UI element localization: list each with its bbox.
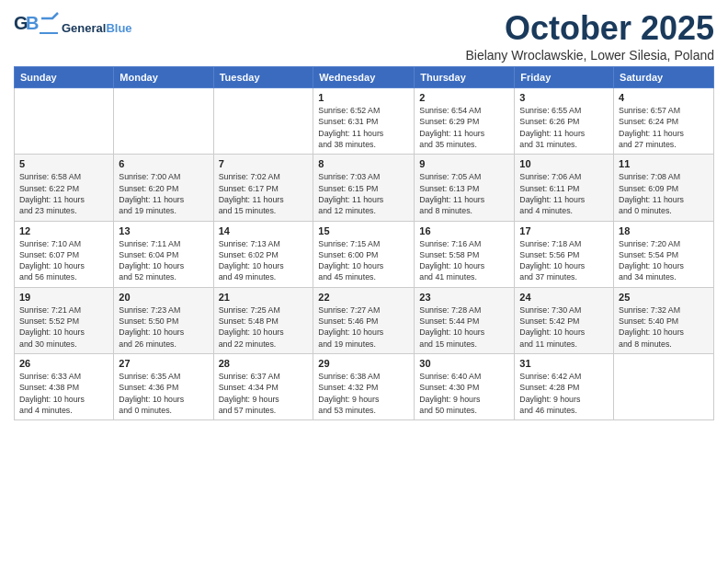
calendar-cell: 11Sunrise: 7:08 AM Sunset: 6:09 PM Dayli… <box>614 155 714 221</box>
day-detail: Sunrise: 7:00 AM Sunset: 6:20 PM Dayligh… <box>119 171 208 216</box>
weekday-header-sunday: Sunday <box>15 67 114 88</box>
day-number: 12 <box>19 225 108 236</box>
month-title: October 2025 <box>465 9 714 48</box>
calendar-cell: 6Sunrise: 7:00 AM Sunset: 6:20 PM Daylig… <box>114 155 213 221</box>
svg-text:B: B <box>26 13 39 33</box>
day-detail: Sunrise: 7:32 AM Sunset: 5:40 PM Dayligh… <box>619 304 709 350</box>
day-number: 25 <box>619 292 709 303</box>
day-number: 11 <box>619 158 709 169</box>
day-number: 16 <box>419 225 509 236</box>
day-detail: Sunrise: 7:28 AM Sunset: 5:44 PM Dayligh… <box>419 304 509 350</box>
day-number: 31 <box>519 358 609 369</box>
day-detail: Sunrise: 6:42 AM Sunset: 4:28 PM Dayligh… <box>519 371 609 416</box>
day-number: 30 <box>419 358 509 369</box>
day-number: 6 <box>119 158 208 169</box>
calendar-cell: 10Sunrise: 7:06 AM Sunset: 6:11 PM Dayli… <box>515 155 614 221</box>
day-number: 26 <box>19 358 108 369</box>
calendar-cell: 14Sunrise: 7:13 AM Sunset: 6:02 PM Dayli… <box>213 221 313 287</box>
calendar-cell <box>15 88 114 155</box>
calendar-cell: 24Sunrise: 7:30 AM Sunset: 5:42 PM Dayli… <box>515 287 614 353</box>
day-number: 24 <box>519 292 609 303</box>
day-detail: Sunrise: 7:23 AM Sunset: 5:50 PM Dayligh… <box>119 304 208 350</box>
day-detail: Sunrise: 6:38 AM Sunset: 4:32 PM Dayligh… <box>318 371 409 416</box>
calendar-cell: 12Sunrise: 7:10 AM Sunset: 6:07 PM Dayli… <box>15 221 114 287</box>
logo-blue: Blue <box>106 21 131 35</box>
day-number: 9 <box>419 158 509 169</box>
day-detail: Sunrise: 6:55 AM Sunset: 6:26 PM Dayligh… <box>519 105 609 150</box>
day-number: 21 <box>219 292 309 303</box>
day-detail: Sunrise: 7:03 AM Sunset: 6:15 PM Dayligh… <box>318 171 409 216</box>
calendar-cell <box>114 88 213 155</box>
day-detail: Sunrise: 7:27 AM Sunset: 5:46 PM Dayligh… <box>318 304 409 350</box>
calendar-cell: 31Sunrise: 6:42 AM Sunset: 4:28 PM Dayli… <box>515 354 614 420</box>
day-detail: Sunrise: 7:30 AM Sunset: 5:42 PM Dayligh… <box>519 304 609 350</box>
calendar-cell: 13Sunrise: 7:11 AM Sunset: 6:04 PM Dayli… <box>114 221 213 287</box>
day-number: 28 <box>219 358 309 369</box>
day-number: 27 <box>119 358 208 369</box>
day-number: 8 <box>318 158 409 169</box>
day-detail: Sunrise: 7:11 AM Sunset: 6:04 PM Dayligh… <box>119 238 208 283</box>
day-detail: Sunrise: 7:18 AM Sunset: 5:56 PM Dayligh… <box>519 238 609 283</box>
day-detail: Sunrise: 7:02 AM Sunset: 6:17 PM Dayligh… <box>219 171 309 216</box>
day-number: 23 <box>419 292 509 303</box>
day-detail: Sunrise: 7:05 AM Sunset: 6:13 PM Dayligh… <box>419 171 509 216</box>
calendar-cell <box>614 354 714 420</box>
calendar-cell: 26Sunrise: 6:33 AM Sunset: 4:38 PM Dayli… <box>15 354 114 420</box>
calendar-cell: 20Sunrise: 7:23 AM Sunset: 5:50 PM Dayli… <box>114 287 213 353</box>
calendar-cell <box>213 88 313 155</box>
day-number: 5 <box>19 158 108 169</box>
title-block: October 2025 Bielany Wroclawskie, Lower … <box>465 9 714 63</box>
calendar-cell: 18Sunrise: 7:20 AM Sunset: 5:54 PM Dayli… <box>614 221 714 287</box>
day-number: 7 <box>219 158 309 169</box>
day-detail: Sunrise: 6:58 AM Sunset: 6:22 PM Dayligh… <box>19 171 108 216</box>
calendar-cell: 25Sunrise: 7:32 AM Sunset: 5:40 PM Dayli… <box>614 287 714 353</box>
day-detail: Sunrise: 7:06 AM Sunset: 6:11 PM Dayligh… <box>519 171 609 216</box>
calendar-cell: 4Sunrise: 6:57 AM Sunset: 6:24 PM Daylig… <box>614 88 714 155</box>
day-number: 13 <box>119 225 208 236</box>
calendar-cell: 5Sunrise: 6:58 AM Sunset: 6:22 PM Daylig… <box>15 155 114 221</box>
calendar-cell: 8Sunrise: 7:03 AM Sunset: 6:15 PM Daylig… <box>313 155 415 221</box>
day-number: 2 <box>419 92 509 103</box>
day-detail: Sunrise: 6:33 AM Sunset: 4:38 PM Dayligh… <box>19 371 108 416</box>
day-detail: Sunrise: 7:20 AM Sunset: 5:54 PM Dayligh… <box>619 238 709 283</box>
day-number: 20 <box>119 292 208 303</box>
day-detail: Sunrise: 7:08 AM Sunset: 6:09 PM Dayligh… <box>619 171 709 216</box>
calendar-cell: 21Sunrise: 7:25 AM Sunset: 5:48 PM Dayli… <box>213 287 313 353</box>
day-detail: Sunrise: 6:54 AM Sunset: 6:29 PM Dayligh… <box>419 105 509 150</box>
calendar-cell: 27Sunrise: 6:35 AM Sunset: 4:36 PM Dayli… <box>114 354 213 420</box>
day-number: 19 <box>19 292 108 303</box>
calendar-cell: 2Sunrise: 6:54 AM Sunset: 6:29 PM Daylig… <box>415 88 515 155</box>
day-number: 22 <box>318 292 409 303</box>
weekday-header-wednesday: Wednesday <box>313 67 415 88</box>
day-detail: Sunrise: 7:16 AM Sunset: 5:58 PM Dayligh… <box>419 238 509 283</box>
weekday-header-friday: Friday <box>515 67 614 88</box>
day-detail: Sunrise: 6:57 AM Sunset: 6:24 PM Dayligh… <box>619 105 709 150</box>
calendar-cell: 30Sunrise: 6:40 AM Sunset: 4:30 PM Dayli… <box>415 354 515 420</box>
calendar-cell: 1Sunrise: 6:52 AM Sunset: 6:31 PM Daylig… <box>313 88 415 155</box>
day-number: 14 <box>219 225 309 236</box>
calendar: SundayMondayTuesdayWednesdayThursdayFrid… <box>14 66 714 420</box>
day-number: 17 <box>519 225 609 236</box>
location: Bielany Wroclawskie, Lower Silesia, Pola… <box>465 48 714 63</box>
weekday-header-tuesday: Tuesday <box>213 67 313 88</box>
day-number: 4 <box>619 92 709 103</box>
day-detail: Sunrise: 7:21 AM Sunset: 5:52 PM Dayligh… <box>19 304 108 350</box>
day-number: 3 <box>519 92 609 103</box>
calendar-cell: 15Sunrise: 7:15 AM Sunset: 6:00 PM Dayli… <box>313 221 415 287</box>
calendar-cell: 7Sunrise: 7:02 AM Sunset: 6:17 PM Daylig… <box>213 155 313 221</box>
calendar-cell: 9Sunrise: 7:05 AM Sunset: 6:13 PM Daylig… <box>415 155 515 221</box>
calendar-cell: 19Sunrise: 7:21 AM Sunset: 5:52 PM Dayli… <box>15 287 114 353</box>
day-number: 15 <box>318 225 409 236</box>
day-number: 10 <box>519 158 609 169</box>
day-detail: Sunrise: 7:15 AM Sunset: 6:00 PM Dayligh… <box>318 238 409 283</box>
calendar-cell: 3Sunrise: 6:55 AM Sunset: 6:26 PM Daylig… <box>515 88 614 155</box>
calendar-cell: 29Sunrise: 6:38 AM Sunset: 4:32 PM Dayli… <box>313 354 415 420</box>
day-detail: Sunrise: 6:40 AM Sunset: 4:30 PM Dayligh… <box>419 371 509 416</box>
day-number: 18 <box>619 225 709 236</box>
weekday-header-thursday: Thursday <box>415 67 515 88</box>
day-detail: Sunrise: 7:10 AM Sunset: 6:07 PM Dayligh… <box>19 238 108 283</box>
day-detail: Sunrise: 6:52 AM Sunset: 6:31 PM Dayligh… <box>318 105 409 150</box>
calendar-cell: 22Sunrise: 7:27 AM Sunset: 5:46 PM Dayli… <box>313 287 415 353</box>
calendar-cell: 16Sunrise: 7:16 AM Sunset: 5:58 PM Dayli… <box>415 221 515 287</box>
logo-general: General <box>62 21 106 35</box>
